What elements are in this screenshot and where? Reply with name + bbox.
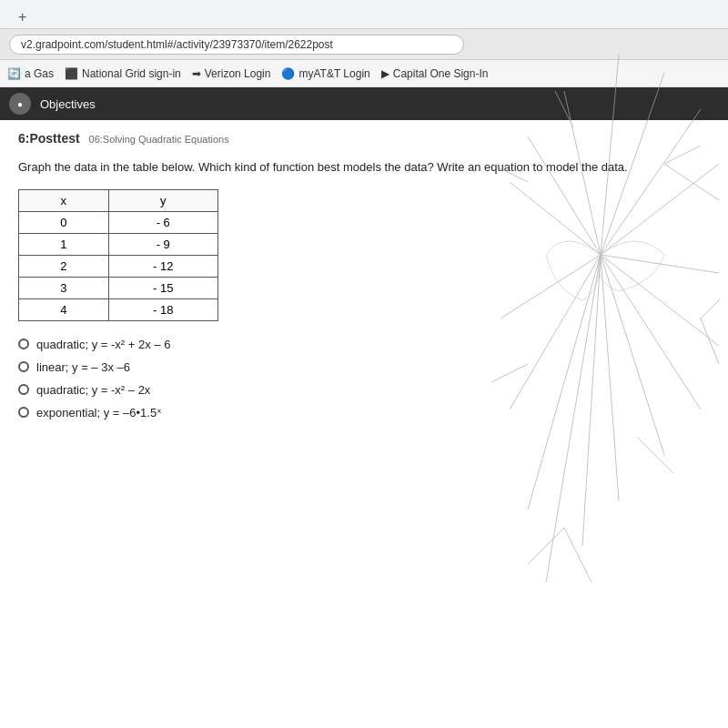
att-icon: 🔵 [281, 67, 295, 80]
table-cell: - 9 [108, 233, 217, 255]
table-header-y: y [108, 189, 217, 211]
table-cell: - 18 [108, 298, 217, 320]
table-cell: - 12 [108, 255, 217, 277]
answer-label-3: exponential; y = –6•1.5ˣ [36, 406, 162, 420]
table-cell: 0 [19, 211, 109, 233]
bookmark-verizon[interactable]: ➡ Verizon Login [192, 67, 271, 80]
data-table: x y 0- 61- 92- 123- 154- 18 [18, 189, 218, 321]
capitalone-icon: ▶ [381, 67, 389, 80]
bookmark-nationalgrid[interactable]: ⬛ National Grid sign-in [65, 67, 181, 80]
posttest-title: 6:Posttest [18, 131, 80, 146]
app-toolbar: ● Objectives [0, 87, 728, 120]
question-text: Graph the data in the table below. Which… [18, 158, 710, 177]
bookmark-verizon-label: Verizon Login [205, 67, 271, 80]
table-header-x: x [19, 189, 109, 211]
answer-choice-1[interactable]: linear; y = – 3x –6 [18, 360, 710, 374]
table-row: 4- 18 [19, 298, 218, 320]
bookmark-gas-label: a Gas [25, 67, 54, 80]
radio-button-1[interactable] [18, 361, 29, 372]
table-row: 1- 9 [19, 233, 218, 255]
radio-button-3[interactable] [18, 407, 29, 418]
gas-icon: 🔄 [7, 67, 21, 80]
table-cell: 3 [19, 277, 109, 298]
answer-label-2: quadratic; y = -x² – 2x [36, 383, 150, 397]
answer-label-0: quadratic; y = -x² + 2x – 6 [36, 338, 170, 351]
table-row: 3- 15 [19, 277, 218, 298]
answer-choices: quadratic; y = -x² + 2x – 6linear; y = –… [18, 338, 710, 420]
table-cell: 2 [19, 255, 109, 277]
bookmarks-bar: 🔄 a Gas ⬛ National Grid sign-in ➡ Verizo… [0, 60, 728, 87]
radio-button-0[interactable] [18, 339, 29, 349]
table-cell: - 15 [108, 277, 217, 298]
bookmark-capitalone-label: Capital One Sign-In [393, 67, 489, 80]
answer-choice-3[interactable]: exponential; y = –6•1.5ˣ [18, 406, 710, 420]
table-cell: 1 [19, 233, 109, 255]
bookmark-att-label: myAT&T Login [298, 67, 369, 80]
radio-button-2[interactable] [18, 384, 29, 395]
url-input[interactable] [9, 35, 464, 55]
address-bar [0, 29, 728, 60]
posttest-header: 6:Posttest 06:Solving Quadratic Equation… [18, 131, 710, 146]
posttest-subtitle: 06:Solving Quadratic Equations [89, 134, 229, 145]
bookmark-gas[interactable]: 🔄 a Gas [7, 67, 54, 80]
verizon-icon: ➡ [192, 67, 201, 80]
app-logo: ● [9, 93, 31, 115]
table-cell: - 6 [108, 211, 217, 233]
svg-line-21 [637, 437, 673, 473]
answer-label-1: linear; y = – 3x –6 [36, 360, 130, 374]
main-content: 6:Posttest 06:Solving Quadratic Equation… [0, 120, 728, 430]
table-row: 2- 12 [19, 255, 218, 277]
table-row: 0- 6 [19, 211, 218, 233]
nationalgrid-icon: ⬛ [65, 67, 78, 80]
objectives-button[interactable]: Objectives [40, 97, 96, 111]
bookmark-att[interactable]: 🔵 myAT&T Login [281, 67, 369, 80]
answer-choice-2[interactable]: quadratic; y = -x² – 2x [18, 383, 710, 397]
bookmark-capitalone[interactable]: ▶ Capital One Sign-In [381, 67, 489, 80]
table-cell: 4 [19, 298, 109, 320]
svg-line-22 [528, 528, 564, 564]
svg-line-23 [564, 528, 592, 582]
bookmark-nationalgrid-label: National Grid sign-in [82, 67, 181, 80]
new-tab-button[interactable]: + [9, 5, 35, 29]
answer-choice-0[interactable]: quadratic; y = -x² + 2x – 6 [18, 338, 710, 351]
tab-bar: + [0, 0, 728, 29]
